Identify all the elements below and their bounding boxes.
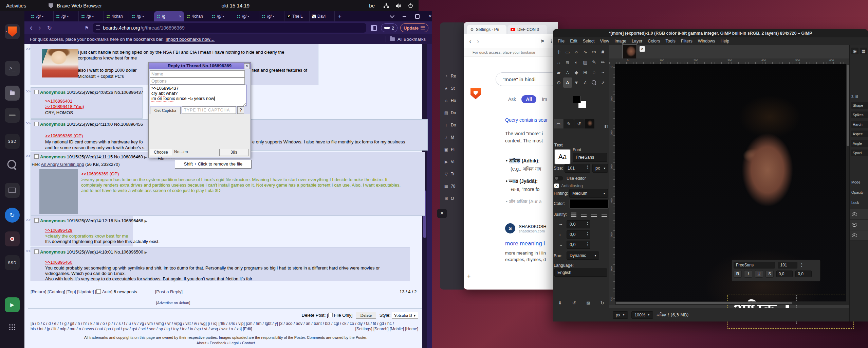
quote-link-op[interactable]: >>106896369 (OP) bbox=[45, 133, 83, 138]
size-spinner[interactable]: ▲▼ bbox=[800, 262, 803, 268]
font-field[interactable]: FreeSans bbox=[734, 262, 775, 268]
tab-g-1[interactable]: /g/ - bbox=[29, 11, 54, 21]
quick-reply-dialog[interactable]: Reply to Thread No.106896369 ✕ Name Opti… bbox=[148, 62, 251, 158]
undo-history-tab[interactable]: ↺ bbox=[574, 119, 584, 128]
dock-app-icon-4[interactable] bbox=[5, 108, 20, 123]
all-bookmarks-button[interactable]: All Bookmarks bbox=[398, 37, 426, 42]
tab-g-active[interactable]: /g✕ bbox=[154, 11, 184, 21]
brush-angle-slider[interactable]: Angle bbox=[851, 140, 868, 147]
tab-youtube[interactable]: ▶DEF CON 3 bbox=[507, 25, 547, 34]
clock[interactable]: okt 15 14:19 bbox=[222, 3, 250, 8]
bold-icon[interactable]: B bbox=[734, 270, 742, 278]
antialiasing-checkbox[interactable]: ✕ bbox=[554, 184, 559, 188]
post-checkbox[interactable] bbox=[34, 154, 39, 159]
canvas-hscrollbar[interactable] bbox=[615, 301, 846, 305]
post-checkbox[interactable] bbox=[34, 218, 39, 223]
style-select[interactable]: Yotsuba B ▼ bbox=[392, 312, 418, 319]
top-link[interactable]: [Top] bbox=[67, 289, 76, 294]
minimize-button[interactable] bbox=[403, 16, 406, 17]
tool-pencil-icon[interactable]: ✎ bbox=[590, 57, 598, 67]
hinting-select[interactable]: Medium▼ bbox=[569, 189, 608, 198]
tool-airbrush-icon[interactable]: ∴ bbox=[563, 67, 572, 77]
sidebar-item-documents[interactable]: ▤Do bbox=[440, 107, 464, 119]
import-bookmarks-link[interactable]: Import bookmarks now… bbox=[166, 37, 215, 42]
justify-left-button[interactable] bbox=[569, 211, 578, 218]
captcha-help-button[interactable]: ? bbox=[237, 106, 244, 114]
captcha-input[interactable]: TYPE THE CAPTCHA HERE bbox=[182, 106, 236, 114]
post-image-gremlin[interactable] bbox=[39, 169, 78, 214]
power-icon[interactable] bbox=[408, 3, 413, 8]
search-input[interactable]: "more" in hindi bbox=[496, 72, 558, 86]
dock-app-icon-7[interactable] bbox=[5, 183, 20, 198]
tab-settings[interactable]: ⚙Settings - Pri bbox=[467, 25, 506, 34]
tab-g-3[interactable]: /g/ - bbox=[79, 11, 104, 21]
layer-row[interactable] bbox=[850, 220, 868, 230]
restore-button[interactable] bbox=[415, 14, 420, 19]
menu-view[interactable]: View bbox=[600, 39, 609, 44]
sidebar-item-downloads[interactable]: ↓Do bbox=[440, 119, 464, 131]
baseline-field[interactable]: 0,0 bbox=[776, 271, 793, 277]
tool-text-icon[interactable]: A bbox=[563, 77, 572, 88]
post-number[interactable]: No.106896437 bbox=[114, 90, 143, 95]
use-editor-toggle[interactable] bbox=[554, 176, 563, 180]
device-status-tab[interactable]: ✎ bbox=[564, 119, 573, 128]
bookmark-icon[interactable]: ⚑ bbox=[540, 39, 544, 44]
catalog-link[interactable]: [Catalog] bbox=[48, 289, 65, 294]
forward-icon[interactable]: › bbox=[477, 37, 479, 45]
channel-row[interactable] bbox=[850, 230, 868, 241]
foreground-color-swatch[interactable] bbox=[573, 96, 581, 103]
close-icon[interactable]: ✕ bbox=[437, 209, 447, 218]
brush-spikes-slider[interactable]: Spikes bbox=[851, 111, 868, 118]
post-number[interactable]: No.106896456 bbox=[114, 122, 143, 127]
post-menu-arrow[interactable]: ▶ bbox=[145, 250, 147, 254]
post-a-reply-link[interactable]: [Post a Reply] bbox=[155, 289, 183, 294]
italic-icon[interactable]: I bbox=[744, 270, 752, 278]
tool-blur-icon[interactable]: ◌ bbox=[590, 67, 598, 77]
dock-ssd-drive-icon-2[interactable]: SSD bbox=[5, 255, 20, 270]
tab-x-twitter[interactable]: XThe L bbox=[284, 11, 310, 21]
activities-button[interactable]: Activities bbox=[6, 3, 26, 8]
layer-row[interactable] bbox=[850, 209, 868, 220]
tab-images[interactable]: Im bbox=[542, 97, 547, 102]
sidebar-item-volume[interactable]: ▦78 bbox=[440, 180, 464, 192]
tool-ink-icon[interactable]: ◆ bbox=[572, 67, 581, 77]
tab-g-4[interactable]: /g/ - bbox=[129, 11, 154, 21]
focused-app-name[interactable]: Brave Web Browser bbox=[57, 3, 102, 8]
reload-icon[interactable]: ↻ bbox=[47, 24, 52, 32]
show-applications-button[interactable] bbox=[5, 320, 20, 335]
gimp-title[interactable]: *[more] (exported)-1.0 (RGB color 8-bit … bbox=[553, 29, 868, 37]
update-link[interactable]: [Update] bbox=[77, 289, 94, 294]
brave-shields-button[interactable]: 2 bbox=[381, 23, 398, 32]
font-select[interactable]: FreeSans bbox=[573, 153, 607, 162]
layer-visibility-icon[interactable] bbox=[852, 212, 857, 216]
quote-link[interactable]: >>106896460 bbox=[45, 260, 72, 265]
tool-scissors-icon[interactable]: ✂ bbox=[590, 47, 598, 57]
sidebar-item-music[interactable]: ♪M bbox=[440, 131, 464, 143]
board-nav-right[interactable]: [Settings] [Search] [Mobile] [Home] bbox=[355, 327, 418, 331]
keyboard-layout-indicator[interactable]: be bbox=[369, 3, 375, 8]
sidebar-item-pictures[interactable]: ▣Pi bbox=[440, 143, 464, 156]
menu-edit[interactable]: Edit bbox=[570, 39, 577, 44]
brush-aspect-slider[interactable]: Aspec bbox=[851, 130, 868, 137]
address-bar[interactable]: boards.4chan.org/g/thread/106896369 bbox=[93, 23, 366, 33]
antialiasing-label[interactable]: Antialiasing bbox=[561, 184, 583, 188]
dock-ssd-drive-icon[interactable]: SSD bbox=[5, 134, 20, 149]
tool-transform-icon[interactable]: ↔ bbox=[554, 57, 563, 67]
size-unit-select[interactable]: px▼ bbox=[592, 164, 608, 173]
indent-spinner[interactable]: ▲▼ bbox=[585, 221, 590, 226]
zoom-select[interactable]: 100%▼ bbox=[631, 311, 653, 319]
dock-brave-icon[interactable] bbox=[5, 24, 20, 39]
get-captcha-button[interactable]: Get Captcha bbox=[150, 107, 181, 114]
board-list-line1[interactable]: [a / b / c / d / e / f / g / gif / h / h… bbox=[31, 321, 394, 326]
bookmark-icon[interactable]: ⚑ bbox=[85, 25, 89, 31]
update-button[interactable]: Update bbox=[400, 23, 428, 32]
tab-wikipedia[interactable]: WDavi bbox=[310, 11, 335, 21]
letter-spacing-spinner[interactable]: ▲▼ bbox=[585, 242, 590, 246]
tool-clone-icon[interactable]: ⊞ bbox=[581, 67, 590, 77]
sidebar-item-starred[interactable]: ★St bbox=[440, 82, 464, 94]
unit-select[interactable]: px▼ bbox=[613, 311, 628, 319]
file-only-checkbox[interactable] bbox=[328, 313, 333, 317]
tab-g-5[interactable]: /g/ - bbox=[209, 11, 234, 21]
auto-checkbox[interactable] bbox=[96, 289, 101, 294]
forward-icon[interactable]: › bbox=[38, 23, 41, 32]
